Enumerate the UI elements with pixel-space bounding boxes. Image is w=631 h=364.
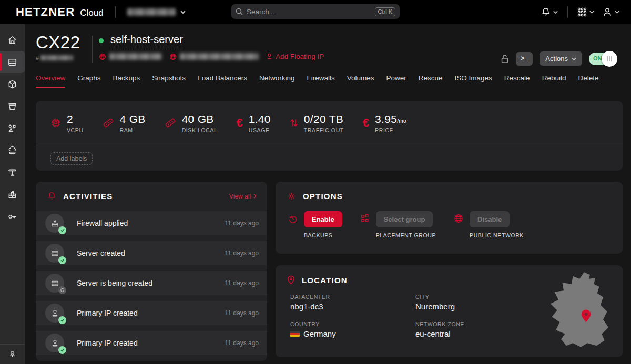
pin-icon (8, 350, 16, 358)
stats-card: 2VCPU 4 GBRAM 40 GBDISK LOCAL € 1.40USAG… (36, 101, 623, 171)
activity-time: 11 days ago (225, 279, 259, 287)
user-menu[interactable] (603, 7, 619, 17)
tab-rescale[interactable]: Rescale (504, 74, 530, 88)
sidebar-item-security[interactable] (0, 205, 25, 227)
traffic-arrows-icon (290, 118, 298, 128)
activity-avatar (45, 334, 64, 352)
activity-time: 11 days ago (225, 220, 259, 227)
unlock-icon[interactable] (501, 54, 509, 64)
germany-map (546, 272, 613, 350)
field-value: nbg1-dc3 (290, 302, 415, 311)
actions-button[interactable]: Actions (540, 51, 582, 66)
sidebar-item-firewalls[interactable] (0, 183, 25, 205)
activity-row[interactable]: Primary IP created 11 days ago (36, 331, 267, 355)
success-badge (58, 316, 66, 324)
server-id-prefix: # (36, 55, 39, 61)
chevron-down-icon (572, 57, 576, 60)
location-field-datacenter: DATACENTER nbg1-dc3 (290, 294, 415, 311)
redacted-ipv4 (109, 53, 162, 60)
activity-row[interactable]: Primary IP created 11 days ago (36, 301, 267, 325)
console-button[interactable]: >_ (516, 52, 533, 66)
option-public-network: Disable PUBLIC NETWORK (454, 211, 524, 238)
view-all-link[interactable]: View all (229, 193, 257, 200)
actions-label: Actions (545, 55, 568, 63)
top-bar: HETZNER Cloud Ctrl K (0, 0, 631, 24)
firewall-icon (7, 190, 17, 200)
global-search[interactable]: Ctrl K (231, 4, 400, 19)
activity-row[interactable]: Server is being created 11 days ago (36, 271, 267, 295)
tab-networking[interactable]: Networking (259, 74, 295, 88)
history-icon (288, 214, 298, 223)
tab-iso-images[interactable]: ISO Images (455, 74, 492, 88)
stat-value: 4 GB (120, 113, 146, 126)
enable-backups-button[interactable]: Enable (304, 211, 342, 227)
power-toggle[interactable]: ON (589, 53, 614, 65)
key-icon (7, 212, 17, 222)
sidebar-item-storage[interactable] (0, 95, 25, 117)
search-input[interactable] (247, 8, 375, 16)
add-labels-button[interactable]: Add labels (50, 152, 93, 165)
activity-row[interactable]: Firewall applied 11 days ago (36, 211, 267, 235)
firewall-icon (50, 219, 59, 228)
tab-snapshots[interactable]: Snapshots (152, 74, 186, 88)
redacted-server-id (40, 55, 73, 60)
activity-time: 11 days ago (225, 339, 259, 347)
hetzner-logo[interactable]: HETZNER Cloud (0, 5, 104, 19)
tab-overview[interactable]: Overview (36, 74, 65, 88)
activity-avatar (45, 244, 64, 263)
location-card: LOCATION DATACENTER nbg1-dc3 CITY Nuremb… (276, 265, 623, 357)
server-header: CX22 # self-host-server (36, 33, 623, 69)
germany-silhouette (551, 272, 608, 347)
add-floating-ip-button[interactable]: Add Floating IP (266, 53, 324, 60)
sidebar-pin-toggle[interactable] (0, 344, 25, 364)
chevron-down-icon (180, 11, 186, 14)
apps-menu[interactable] (577, 7, 594, 17)
tab-graphs[interactable]: Graphs (77, 74, 100, 88)
option-backups: Enable BACKUPS (288, 211, 342, 238)
location-field-country: COUNTRY Germany (290, 321, 415, 338)
tab-volumes[interactable]: Volumes (347, 74, 374, 88)
tab-delete[interactable]: Delete (578, 74, 598, 88)
tab-rebuild[interactable]: Rebuild (542, 74, 566, 88)
tab-rescue[interactable]: Rescue (419, 74, 443, 88)
load-balancer-icon (7, 168, 17, 178)
sidebar-item-floating-ips[interactable] (0, 139, 25, 161)
sidebar (0, 24, 25, 364)
grid-apps-icon (577, 7, 587, 17)
server-name[interactable]: self-host-server (110, 34, 183, 47)
activity-row[interactable]: Server created 11 days ago (36, 241, 267, 265)
tab-firewalls[interactable]: Firewalls (307, 74, 334, 88)
sidebar-item-home[interactable] (0, 29, 25, 51)
chevron-down-icon (553, 11, 558, 14)
field-value: Nuremberg (415, 302, 541, 311)
logo-text: HETZNER (16, 5, 75, 19)
search-shortcut-badge: Ctrl K (375, 7, 396, 16)
sidebar-item-networks[interactable] (0, 117, 25, 139)
activity-title: Primary IP created (77, 309, 138, 317)
notifications-menu[interactable] (541, 7, 558, 17)
project-selector[interactable] (127, 8, 186, 16)
redacted-ipv6 (180, 53, 259, 60)
disable-public-network-button[interactable]: Disable (470, 211, 510, 227)
globe-icon (454, 214, 463, 223)
toggle-knob (602, 51, 617, 67)
bell-icon (541, 7, 551, 17)
tab-power[interactable]: Power (386, 74, 406, 88)
logo-cloud-text: Cloud (80, 8, 103, 18)
tab-backups[interactable]: Backups (113, 74, 140, 88)
stat-label: PRICE (375, 127, 406, 133)
server-icon (50, 279, 59, 288)
activity-time: 11 days ago (225, 309, 259, 317)
stat-value: 40 GB (182, 113, 218, 126)
server-icon (7, 57, 17, 67)
cpu-icon (50, 118, 61, 128)
sidebar-item-servers[interactable] (0, 51, 25, 73)
location-field-city: CITY Nuremberg (415, 294, 541, 311)
tab-load-balancers[interactable]: Load Balancers (198, 74, 247, 88)
sidebar-item-images[interactable] (0, 73, 25, 95)
sidebar-item-load-balancers[interactable] (0, 161, 25, 183)
gear-icon (287, 192, 296, 201)
labels-section: Add labels (36, 145, 623, 165)
ipv4-item (99, 53, 162, 60)
select-placement-group-button[interactable]: Select group (376, 211, 433, 227)
